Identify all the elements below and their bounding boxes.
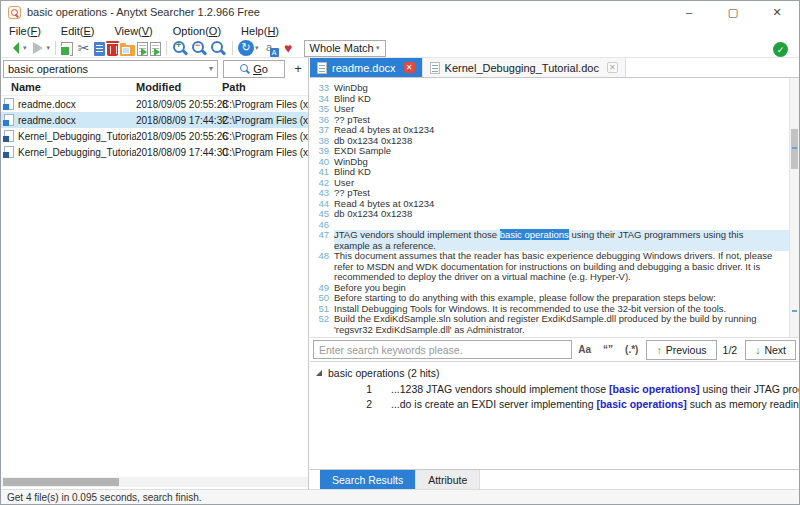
bottom-tab-bar: Search ResultsAttribute xyxy=(310,469,799,489)
search-hit-row[interactable]: 1 ...1238 JTAG vendors should implement … xyxy=(310,382,799,397)
column-header-name[interactable]: Name xyxy=(1,81,136,93)
column-header-path[interactable]: Path xyxy=(222,81,308,93)
match-case-button[interactable]: Aa xyxy=(572,344,597,355)
word-document-icon xyxy=(4,130,14,142)
zoom-out-icon[interactable]: − xyxy=(190,39,209,57)
editor-tab[interactable]: readme.docx ✕ xyxy=(310,58,423,77)
chevron-down-icon[interactable]: ▾ xyxy=(209,64,213,73)
vertical-scrollbar[interactable] xyxy=(789,78,799,337)
open-file-icon[interactable] xyxy=(136,39,149,57)
search-icon xyxy=(210,40,227,56)
menu-item[interactable]: View(V) xyxy=(114,25,152,37)
line-text: WinDbg xyxy=(334,83,799,94)
line-text: Build the ExdiKdSample.sln solution and … xyxy=(334,314,799,335)
go-button[interactable]: Go xyxy=(223,60,285,78)
export-icon[interactable] xyxy=(60,39,74,57)
menu-bar: File(F)Edit(E)View(V)Option(O)Help(H) xyxy=(1,23,799,39)
open-with-icon xyxy=(150,42,161,56)
open-with-icon[interactable] xyxy=(149,39,162,57)
table-row[interactable]: readme.docx 2018/08/09 17:44:32 C:\Progr… xyxy=(1,112,308,128)
open-folder-icon[interactable] xyxy=(119,39,136,57)
close-tab-icon[interactable]: ✕ xyxy=(404,62,415,73)
forward-icon[interactable]: ▾ xyxy=(28,39,52,57)
horizontal-scrollbar[interactable] xyxy=(1,477,308,487)
export-icon xyxy=(61,42,73,56)
line-text: JTAG vendors should implement those basi… xyxy=(334,230,799,251)
toolbar-separator xyxy=(166,41,167,55)
maximize-button[interactable]: ▢ xyxy=(711,1,755,23)
table-row[interactable]: readme.docx 2018/09/05 20:55:28 C:\Progr… xyxy=(1,96,308,112)
close-button[interactable]: ✕ xyxy=(755,1,799,23)
line-text: User xyxy=(334,104,799,115)
refresh-icon[interactable]: ↻▾ xyxy=(237,39,260,57)
menu-item[interactable]: Help(H) xyxy=(241,25,279,37)
next-match-button[interactable]: ↓ Next xyxy=(745,340,796,360)
word-document-icon xyxy=(4,98,14,110)
menu-item[interactable]: File(F) xyxy=(9,25,41,37)
hit-match-text: [basic operations] xyxy=(609,383,699,395)
back-icon xyxy=(5,40,22,56)
minimize-button[interactable]: – xyxy=(667,1,711,23)
scrollbar-thumb[interactable] xyxy=(3,478,119,486)
line-number: 43 xyxy=(310,188,334,199)
line-text: This document assumes that the reader ha… xyxy=(334,251,799,283)
result-group-row[interactable]: basic operations (2 hits) xyxy=(310,362,799,382)
menu-item[interactable]: Edit(E) xyxy=(61,25,95,37)
line-number: 50 xyxy=(310,293,334,304)
toolbar: ▾▾✂+−↻▾a♥ Whole Match ▾ xyxy=(1,39,799,58)
toolbar-separator xyxy=(55,41,56,55)
document-line: 40 WinDbg xyxy=(310,157,799,168)
doc-lines: 33 WinDbg 34 Blind KD 35 User 36 ?? pTes… xyxy=(310,83,799,335)
document-line: 47 JTAG vendors should implement those b… xyxy=(310,230,799,251)
scrollbar-thumb[interactable] xyxy=(791,129,798,169)
table-row[interactable]: Kernel_Debugging_Tutorial... 2018/08/09 … xyxy=(1,144,308,160)
line-number: 39 xyxy=(310,146,334,157)
arrow-down-icon: ↓ xyxy=(755,344,760,356)
previous-match-button[interactable]: ↑ Previous xyxy=(646,340,716,360)
status-check-icon: ✓ xyxy=(773,42,788,57)
bottom-tab[interactable]: Search Results xyxy=(320,470,416,489)
hit-number: 1 xyxy=(310,382,372,397)
table-row[interactable]: Kernel_Debugging_Tutorial... 2018/09/05 … xyxy=(1,128,308,144)
bottom-tab[interactable]: Attribute xyxy=(416,470,480,489)
document-line: 48 This document assumes that the reader… xyxy=(310,251,799,283)
find-keywords-input[interactable] xyxy=(313,340,572,359)
translate-icon[interactable]: a xyxy=(260,39,279,57)
copy-document-icon xyxy=(94,42,105,56)
editor-panel: readme.docx ✕ Kernel_Debugging_Tutorial.… xyxy=(310,58,799,489)
match-phrase-button[interactable]: “” xyxy=(597,344,619,355)
cut-icon[interactable]: ✂ xyxy=(74,39,93,57)
search-hit-row[interactable]: 2 ...do is create an EXDI server impleme… xyxy=(310,397,799,412)
document-line: 41 Blind KD xyxy=(310,167,799,178)
document-line: 42 User xyxy=(310,178,799,189)
back-icon[interactable]: ▾ xyxy=(4,39,28,57)
chevron-down-icon[interactable]: ▾ xyxy=(23,44,27,52)
menu-item[interactable]: Option(O) xyxy=(173,25,221,37)
document-view[interactable]: 33 WinDbg 34 Blind KD 35 User 36 ?? pTes… xyxy=(310,78,799,337)
match-mode-select[interactable]: Whole Match ▾ xyxy=(304,40,386,57)
search-input[interactable] xyxy=(8,63,209,75)
word-document-icon xyxy=(4,146,14,158)
app-logo-icon xyxy=(8,6,21,19)
close-tab-icon[interactable]: ✕ xyxy=(607,62,618,73)
line-text: Before starting to do anything with this… xyxy=(334,293,799,304)
search-query-combo[interactable]: ▾ xyxy=(3,60,218,78)
cut-icon: ✂ xyxy=(75,40,92,56)
match-counter: 1/2 xyxy=(717,344,744,356)
zoom-in-icon[interactable]: + xyxy=(171,39,190,57)
copy-document-icon[interactable] xyxy=(93,39,106,57)
add-search-tab-button[interactable]: + xyxy=(290,61,306,76)
delete-icon[interactable] xyxy=(106,39,119,57)
regex-button[interactable]: (.*) xyxy=(619,344,644,355)
editor-tab[interactable]: Kernel_Debugging_Tutorial.doc ✕ xyxy=(423,58,626,77)
delete-icon xyxy=(107,44,118,56)
donate-heart-icon[interactable]: ♥ xyxy=(279,39,298,57)
chevron-down-icon[interactable]: ▾ xyxy=(255,44,259,52)
file-table-header: Name Modified Path xyxy=(1,79,308,96)
tree-expander-icon[interactable] xyxy=(316,370,322,376)
search-icon[interactable] xyxy=(209,39,228,57)
results-panel: basic operations (2 hits) 1 ...1238 JTAG… xyxy=(310,361,799,469)
line-number: 48 xyxy=(310,251,334,283)
forward-icon xyxy=(29,40,46,56)
column-header-modified[interactable]: Modified xyxy=(136,81,222,93)
